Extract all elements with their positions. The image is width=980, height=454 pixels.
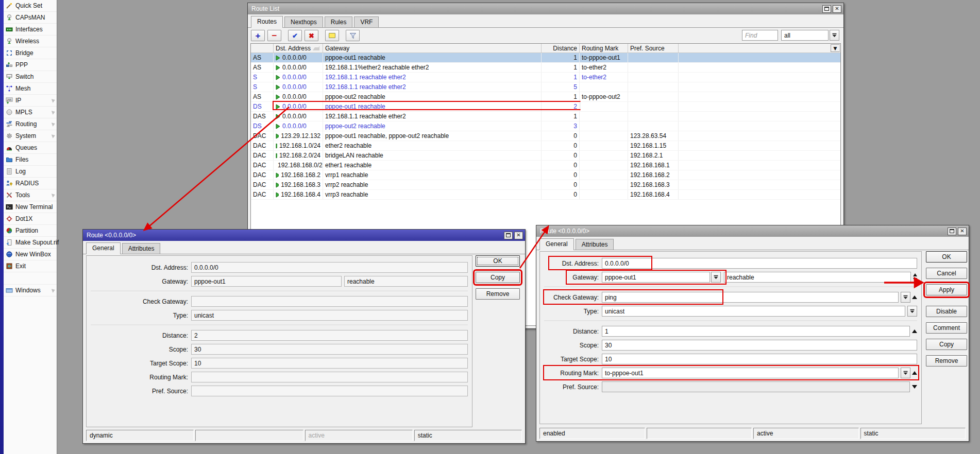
gateway-field[interactable]: pppoe-out1 bbox=[602, 272, 710, 283]
tab-routes[interactable]: Routes bbox=[251, 16, 283, 28]
col-pref-source[interactable]: Pref. Source bbox=[628, 44, 679, 53]
close-button[interactable]: ✕ bbox=[958, 228, 967, 235]
table-row[interactable]: DAC 123.29.12.132 pppoe-out1 reachable, … bbox=[251, 131, 840, 141]
tab-general[interactable]: General bbox=[539, 238, 574, 250]
collapse-icon[interactable] bbox=[912, 295, 917, 299]
table-row[interactable]: S 0.0.0.0/0 192.168.1.1 reachable ether2… bbox=[251, 73, 840, 82]
sidebar-item-log[interactable]: Log bbox=[4, 166, 57, 178]
maximize-button[interactable] bbox=[822, 5, 831, 13]
dropdown-button[interactable] bbox=[830, 30, 839, 41]
col-routing-mark[interactable]: Routing Mark bbox=[580, 44, 628, 53]
filter-button[interactable] bbox=[346, 30, 360, 41]
gateway-remove-icon[interactable] bbox=[913, 278, 917, 281]
gateway-dropdown-button[interactable] bbox=[711, 272, 721, 283]
disable-button[interactable]: ✖ bbox=[305, 30, 318, 41]
dialog-titlebar[interactable]: Route <0.0.0.0/0> ✕ bbox=[536, 225, 969, 237]
remove-button[interactable]: Remove bbox=[926, 355, 967, 366]
pref-source-field[interactable] bbox=[602, 381, 910, 392]
scope-field[interactable]: 30 bbox=[602, 340, 917, 351]
column-selector-button[interactable]: ▼ bbox=[831, 44, 840, 52]
table-row[interactable]: S 0.0.0.0/0 192.168.1.1 reachable ether2… bbox=[251, 82, 840, 92]
distance-field[interactable]: 1 bbox=[602, 326, 910, 337]
sidebar-item-queues[interactable]: Queues bbox=[4, 142, 57, 154]
sidebar-item-new-winbox[interactable]: New WinBox bbox=[4, 249, 57, 260]
sidebar-item-new-terminal[interactable]: New Terminal bbox=[4, 201, 57, 213]
sidebar-item-capsman[interactable]: CAPsMAN bbox=[4, 12, 57, 24]
sidebar-item-make-supout[interactable]: Make Supout.rif bbox=[4, 237, 57, 249]
comment-button[interactable] bbox=[325, 30, 339, 41]
dialog-titlebar[interactable]: Route <0.0.0.0/0> ✕ bbox=[83, 230, 525, 241]
table-row[interactable]: DAC 192.168.168.2 vrrp1 reachable 0 192.… bbox=[251, 170, 840, 180]
sidebar-item-mesh[interactable]: Mesh bbox=[4, 83, 57, 95]
distance-field[interactable]: 2 bbox=[191, 330, 468, 341]
gateway-add-icon[interactable] bbox=[913, 273, 917, 276]
sidebar-item-switch[interactable]: Switch bbox=[4, 71, 57, 83]
sidebar-item-exit[interactable]: Exit bbox=[4, 260, 57, 272]
tab-rules[interactable]: Rules bbox=[325, 16, 353, 27]
tab-nexthops[interactable]: Nexthops bbox=[284, 16, 323, 27]
table-row[interactable]: DAC 192.168.168.4 vrrp3 reachable 0 192.… bbox=[251, 190, 840, 200]
type-field[interactable]: unicast bbox=[191, 310, 468, 321]
remove-button[interactable]: Remove bbox=[476, 288, 520, 300]
sidebar-item-ip[interactable]: 255 IP bbox=[4, 95, 57, 107]
expand-icon[interactable] bbox=[912, 385, 917, 389]
scope-field[interactable]: 30 bbox=[191, 344, 468, 355]
col-distance[interactable]: Distance bbox=[542, 44, 580, 53]
tab-attributes[interactable]: Attributes bbox=[122, 243, 161, 254]
table-row[interactable]: DAS 0.0.0.0/0 192.168.1.1 reachable ethe… bbox=[251, 112, 840, 121]
type-field[interactable]: unicast bbox=[602, 306, 905, 317]
pref-source-field[interactable] bbox=[191, 386, 468, 396]
gateway-field[interactable]: pppoe-out1 bbox=[191, 276, 342, 287]
table-row[interactable]: DAC 192.168.168.0/24 ether1 reachable 0 … bbox=[251, 161, 840, 170]
tab-attributes[interactable]: Attributes bbox=[576, 239, 614, 250]
filter-select[interactable]: all bbox=[781, 30, 839, 41]
sidebar-item-routing[interactable]: Routing bbox=[4, 118, 57, 130]
check-gateway-field[interactable]: ping bbox=[602, 292, 899, 303]
table-row[interactable]: DAC 192.168.2.0/24 bridgeLAN reachable 0… bbox=[251, 151, 840, 161]
close-button[interactable]: ✕ bbox=[514, 232, 523, 239]
remove-button[interactable]: − bbox=[267, 30, 281, 41]
cancel-button[interactable]: Cancel bbox=[926, 268, 967, 279]
table-row[interactable]: AS 0.0.0.0/0 pppoe-out2 reachable 1 to-p… bbox=[251, 92, 840, 102]
sidebar-item-bridge[interactable]: Bridge bbox=[4, 47, 57, 59]
dst-address-field[interactable]: 0.0.0.0/0 bbox=[602, 258, 917, 269]
sidebar-item-wireless[interactable]: Wireless bbox=[4, 36, 57, 47]
maximize-button[interactable] bbox=[948, 228, 956, 235]
sidebar-item-partition[interactable]: Partition bbox=[4, 225, 57, 237]
col-gateway[interactable]: Gateway bbox=[323, 44, 542, 53]
ok-button[interactable]: OK bbox=[476, 255, 520, 267]
type-dropdown-button[interactable] bbox=[907, 306, 917, 317]
collapse-icon[interactable] bbox=[912, 371, 917, 375]
routing-mark-field[interactable]: to-pppoe-out1 bbox=[602, 368, 899, 378]
check-gateway-dropdown-button[interactable] bbox=[901, 292, 910, 303]
routing-mark-field[interactable] bbox=[191, 372, 468, 382]
table-row[interactable]: AS 0.0.0.0/0 192.168.1.1%ether2 reachabl… bbox=[251, 63, 840, 73]
col-dst-address[interactable]: Dst. Address bbox=[274, 44, 323, 53]
add-button[interactable]: + bbox=[251, 30, 265, 41]
sidebar-item-interfaces[interactable]: Interfaces bbox=[4, 24, 57, 36]
tab-vrf[interactable]: VRF bbox=[354, 16, 379, 27]
routing-mark-dropdown-button[interactable] bbox=[901, 368, 910, 378]
maximize-button[interactable] bbox=[504, 232, 513, 239]
table-row-annotated[interactable]: DS 0.0.0.0/0 pppoe-out1 reachable 2 bbox=[251, 102, 840, 112]
copy-button[interactable]: Copy bbox=[926, 339, 967, 350]
target-scope-field[interactable]: 10 bbox=[191, 358, 468, 369]
sidebar-item-tools[interactable]: Tools bbox=[4, 189, 57, 201]
table-row[interactable]: AS 0.0.0.0/0 pppoe-out1 reachable 1 to-p… bbox=[251, 53, 840, 63]
sidebar-item-radius[interactable]: RADIUS bbox=[4, 178, 57, 189]
sidebar-item-windows[interactable]: Windows bbox=[4, 285, 57, 296]
copy-button[interactable]: Copy bbox=[476, 272, 520, 283]
sidebar-item-ppp[interactable]: PPP bbox=[4, 59, 57, 71]
disable-button[interactable]: Disable bbox=[926, 306, 967, 317]
find-input[interactable]: Find bbox=[742, 30, 778, 41]
comment-button[interactable]: Comment bbox=[926, 322, 967, 334]
table-row[interactable]: DAC 192.168.1.0/24 ether2 reachable 0 19… bbox=[251, 141, 840, 151]
target-scope-field[interactable]: 10 bbox=[602, 354, 917, 364]
apply-button[interactable]: Apply bbox=[926, 284, 967, 295]
tab-general[interactable]: General bbox=[86, 242, 121, 254]
ok-button[interactable]: OK bbox=[926, 251, 967, 263]
route-list-titlebar[interactable]: Route List ✕ bbox=[248, 3, 843, 14]
table-row[interactable]: DS 0.0.0.0/0 pppoe-out2 reachable 3 bbox=[251, 121, 840, 131]
enable-button[interactable]: ✔ bbox=[288, 30, 302, 41]
sidebar-item-dot1x[interactable]: Dot1X bbox=[4, 213, 57, 225]
